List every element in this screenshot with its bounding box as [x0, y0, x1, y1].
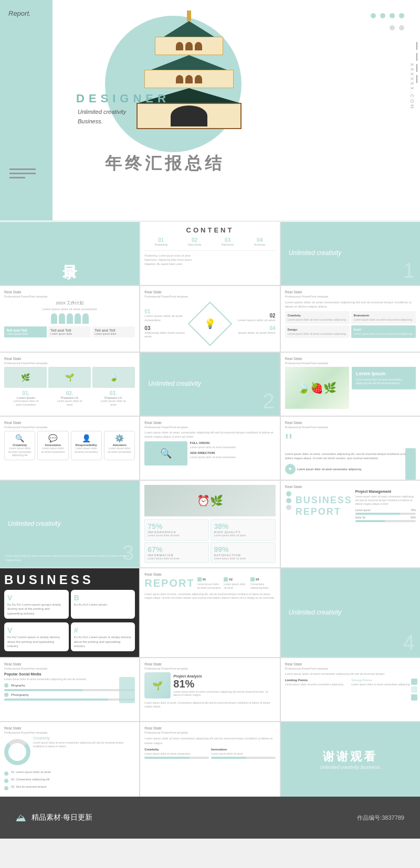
slide-sublabel-14: Professional PowerPoint template	[4, 731, 135, 734]
cover-right-text: XXXXXX.COM	[410, 63, 415, 110]
slide-label-2: Real State	[144, 290, 275, 294]
creativity-title: Creativity	[33, 736, 135, 740]
card-innovation-text: Lorem ipsum dolor sit amet consectetur	[40, 447, 65, 453]
slide-report-cols: Real State REPORT 01 Lorem ipsum dolor s…	[140, 568, 279, 657]
watermark-left: ⛰ 精品素材·每日更新	[16, 812, 92, 824]
biz-card-letter-v: V	[7, 594, 12, 602]
work-plan-content: Lorem ipsum dolor sit amet consectetur	[4, 308, 135, 311]
plant-num-1: 01.	[10, 390, 42, 396]
slide-mulu: 目录	[0, 222, 139, 285]
dot-2	[380, 13, 385, 18]
project-analysis-title: Project Analysis	[173, 674, 275, 678]
responsibility-icon: 👤	[74, 434, 99, 442]
content-num-4: 04	[254, 237, 265, 243]
rt-cell-4: Build Lorem ipsum dolor sit amet consect…	[351, 325, 416, 338]
slide-simple-rt: Real State Professional PowerPoint templ…	[140, 722, 279, 797]
slide-rt-grid: Real State Professional PowerPoint templ…	[281, 286, 420, 352]
slide-sublabel-8: Professional PowerPoint template	[285, 426, 416, 429]
cover-report-label: Report.	[8, 9, 31, 17]
rt-cell-1: Creativity Lorem ipsum dolor sit amet co…	[285, 311, 350, 324]
dot-3	[390, 13, 395, 18]
cover-lines	[9, 168, 36, 178]
rt-cell-2: Brainstorm Lorem ipsum dolor sit amet co…	[351, 311, 416, 324]
plant-item-2: 02. Praesent LG Lorem ipsum dolor sit am…	[54, 390, 86, 406]
rt-cell-3-title: Design	[288, 328, 347, 331]
slide-label-4: Real State	[4, 357, 135, 361]
business-report-title: BUSINESSREPORT	[296, 495, 352, 517]
slide-sublabel-15: Professional PowerPoint template	[144, 731, 275, 734]
dot-1	[371, 13, 376, 18]
content-label-2: Topic Duels	[188, 243, 202, 246]
innovation-icon: 💬	[40, 434, 65, 442]
watermark-main-text: 精品素材·每日更新	[32, 813, 92, 822]
cover-designer-text: DESIGNER	[76, 92, 170, 105]
person-2	[59, 313, 65, 324]
rt-cell-4-title: Build	[354, 328, 413, 331]
dot-5	[390, 25, 395, 30]
tl-item-3: 03. Sed do eiusmod tempor	[4, 785, 135, 790]
card-responsibility-text: Lorem ipsum dolor sit amet consectetur	[74, 447, 99, 453]
rt-grid: Creativity Lorem ipsum dolor sit amet co…	[285, 311, 416, 338]
cover-subtitle-line1: Unlimited creativity	[78, 109, 126, 115]
tl-dot-1	[4, 771, 8, 776]
slides-grid: 目录 CONTENT 01 Positioning 02 Topic Duels…	[0, 222, 420, 797]
unlimited-num-2: 2	[262, 389, 274, 413]
tl-dot-2	[4, 779, 8, 783]
biz-card-letter-v2: V	[7, 626, 12, 634]
stat-text-2: Lorem ipsum dolor sit amet	[214, 534, 272, 537]
content-items: 01 Positioning 02 Topic Duels 03 Diachro…	[144, 237, 275, 246]
content-num-1: 01	[155, 237, 167, 243]
social-dot-2	[4, 693, 8, 697]
cover-line-3	[9, 177, 25, 178]
social-item-2: Photography	[4, 693, 135, 697]
work-year: 202X 工作计划	[4, 300, 135, 306]
stat-cell-4: 99% SATISFACTION Lorem ipsum dolor sit a…	[211, 542, 275, 564]
biz-card-v2: V Ku Ku! Lorem ipsum is simply dummy abo…	[4, 622, 69, 651]
slide-label-6: Real State	[4, 421, 135, 425]
rt-cell-2-title: Brainstorm	[354, 314, 413, 317]
slide-label-13: Real State	[285, 662, 416, 666]
content-item-4: 04 Summary	[254, 237, 265, 246]
attention-icon: ⚙️	[107, 434, 132, 442]
slide-social-media: Real State Professional PowerPoint templ…	[0, 658, 139, 721]
slide-label-15: Real State	[144, 726, 275, 730]
tl-item-1: 01. Lorem ipsum dolor sit amet	[4, 770, 135, 776]
donut-chart	[4, 739, 30, 765]
content-header: CONTENT	[144, 226, 275, 234]
plant-num-3: 03.	[98, 390, 129, 396]
plant-num-2: 02.	[54, 390, 86, 396]
slide-sublabel-11: Professional PowerPoint template	[4, 667, 135, 670]
slide-label-1: Real State	[4, 290, 135, 294]
card-attention-text: Lorem ipsum dolor sit amet consectetur	[107, 447, 132, 453]
unlimited-text-2: Unlimited creativity	[148, 380, 271, 388]
content-num-3: 03	[222, 237, 234, 243]
project-pct: 81%	[173, 678, 275, 690]
slide-label-8: Real State	[285, 421, 416, 425]
social-label-2: Photography	[11, 693, 29, 696]
biz-card-text-4: Ku Ku Ku! Lorem ipsum is simply dummy ab…	[74, 635, 132, 648]
business-title: BUSINESS	[4, 573, 135, 587]
plants-img-row: 🌿 🌱 🍃	[4, 367, 135, 388]
stat-cell-2: 38% HIGH QUALITY Lorem ipsum dolor sit a…	[211, 519, 275, 541]
unlimited-text-1: Unlimited creativity	[289, 249, 412, 258]
social-item-1: Biography	[4, 683, 135, 687]
dot-6	[399, 25, 404, 30]
plant-box-2: 🌱	[48, 367, 91, 388]
tl-dot-3	[4, 786, 8, 790]
unlimited-text-4: Unlimited creativity	[289, 609, 412, 617]
creativity-icon: 🔍	[7, 434, 32, 442]
slide-content: CONTENT 01 Positioning 02 Topic Duels 03…	[140, 222, 279, 285]
biz-card-text-2: Ku Ku Ku! Lorem ipsum	[74, 602, 132, 607]
unlimited-text-3: Unlimited creativity	[8, 520, 131, 528]
slide-unlimited-1: Unlimited creativity 1	[281, 222, 420, 285]
cover-right-lines	[416, 42, 417, 83]
slide-quote: Real State Professional PowerPoint templ…	[281, 417, 420, 480]
slide-cards-icons: Real State Professional PowerPoint templ…	[0, 417, 139, 480]
person-3	[67, 313, 73, 324]
watermark-logo: ⛰	[16, 812, 26, 824]
tl-item-2: 02. Consectetur adipiscing elit	[4, 778, 135, 783]
content-item-2: 02 Topic Duels	[188, 237, 202, 246]
slide-label-14: Real State	[4, 726, 135, 730]
watermark-bar: ⛰ 精品素材·每日更新 作品编号:3837789	[0, 797, 420, 839]
card-innovation: 💬 Innovation Lorem ipsum dolor sit amet …	[37, 431, 68, 460]
